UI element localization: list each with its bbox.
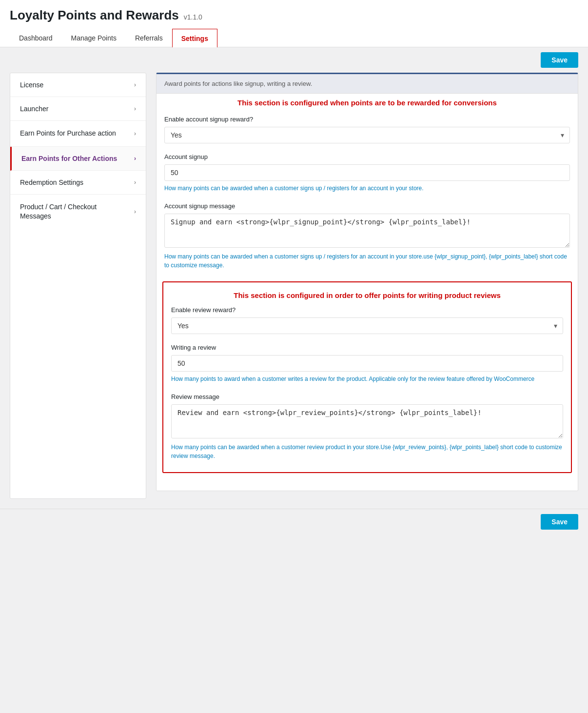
signup-points-label: Account signup xyxy=(164,153,570,160)
review-points-help: How many points to award when a customer… xyxy=(171,375,563,383)
enable-signup-select[interactable]: Yes No xyxy=(164,127,570,143)
tab-settings[interactable]: Settings xyxy=(172,29,217,47)
signup-section-card: Award points for actions like signup, wr… xyxy=(156,73,578,491)
bottom-toolbar: Save xyxy=(0,509,588,535)
chevron-right-icon: › xyxy=(134,105,136,112)
enable-review-group: Enable review reward? Yes No ▾ xyxy=(171,306,563,334)
sidebar-item-earn-other[interactable]: Earn Points for Other Actions › xyxy=(10,147,146,171)
nav-tabs: Dashboard Manage Points Referrals Settin… xyxy=(10,29,578,47)
chevron-right-icon: › xyxy=(134,208,136,215)
chevron-right-icon: › xyxy=(134,130,136,137)
sidebar-item-license[interactable]: License › xyxy=(10,73,146,97)
tab-manage-points[interactable]: Manage Points xyxy=(62,29,126,47)
signup-message-textarea[interactable]: Signup and earn <strong>{wlpr_signup_poi… xyxy=(164,214,570,248)
app-version: v1.1.0 xyxy=(184,13,202,21)
sidebar-item-redemption[interactable]: Redemption Settings › xyxy=(10,171,146,195)
review-message-group: Review message Review and earn <strong>{… xyxy=(171,393,563,460)
enable-signup-select-wrapper: Yes No ▾ xyxy=(164,127,570,143)
save-button-bottom[interactable]: Save xyxy=(541,514,578,530)
review-message-textarea[interactable]: Review and earn <strong>{wlpr_review_poi… xyxy=(171,404,563,438)
signup-points-input[interactable] xyxy=(164,164,570,181)
sidebar: License › Launcher › Earn Points for Pur… xyxy=(10,73,146,499)
signup-message-help: How many points can be awarded when a cu… xyxy=(164,252,570,270)
chevron-right-icon: › xyxy=(134,81,136,88)
tab-referrals[interactable]: Referrals xyxy=(126,29,172,47)
signup-form: Enable account signup reward? Yes No ▾ A… xyxy=(157,112,578,281)
sidebar-item-earn-purchase[interactable]: Earn Points for Purchase action › xyxy=(10,121,146,147)
chevron-right-icon: › xyxy=(134,155,136,162)
review-section-box: This section is configured in order to o… xyxy=(162,281,572,473)
section-header: Award points for actions like signup, wr… xyxy=(157,74,578,94)
review-points-label: Writing a review xyxy=(171,344,563,351)
app-title: Loyalty Points and Rewards v1.1.0 xyxy=(10,8,578,29)
app-header: Loyalty Points and Rewards v1.1.0 Dashbo… xyxy=(0,0,588,47)
sidebar-item-product-cart[interactable]: Product / Cart / Checkout Messages › xyxy=(10,195,146,229)
toolbar: Save xyxy=(0,47,588,73)
enable-review-select[interactable]: Yes No xyxy=(171,317,563,334)
enable-signup-group: Enable account signup reward? Yes No ▾ xyxy=(164,116,570,143)
signup-message-label: Account signup message xyxy=(164,202,570,210)
chevron-right-icon: › xyxy=(134,179,136,186)
sidebar-item-launcher[interactable]: Launcher › xyxy=(10,97,146,121)
review-message-help: How many points can be awarded when a cu… xyxy=(171,443,563,460)
signup-points-group: Account signup How many points can be aw… xyxy=(164,153,570,193)
save-button-top[interactable]: Save xyxy=(541,52,578,68)
review-message-label: Review message xyxy=(171,393,563,400)
enable-signup-label: Enable account signup reward? xyxy=(164,116,570,123)
signup-message-group: Account signup message Signup and earn <… xyxy=(164,202,570,270)
signup-annotation: This section is configured when points a… xyxy=(157,94,578,112)
review-annotation: This section is configured in order to o… xyxy=(171,290,563,300)
enable-review-label: Enable review reward? xyxy=(171,306,563,314)
page-layout: License › Launcher › Earn Points for Pur… xyxy=(0,73,588,509)
signup-points-help: How many points can be awarded when a cu… xyxy=(164,184,570,193)
review-annotation-text: This section is configured in order to o… xyxy=(234,290,501,300)
review-points-input[interactable] xyxy=(171,355,563,372)
card-bottom-space xyxy=(157,481,578,491)
signup-annotation-text: This section is configured when points a… xyxy=(164,98,570,108)
review-points-group: Writing a review How many points to awar… xyxy=(171,344,563,383)
main-content: Award points for actions like signup, wr… xyxy=(156,73,578,499)
enable-review-select-wrapper: Yes No ▾ xyxy=(171,317,563,334)
tab-dashboard[interactable]: Dashboard xyxy=(10,29,62,47)
